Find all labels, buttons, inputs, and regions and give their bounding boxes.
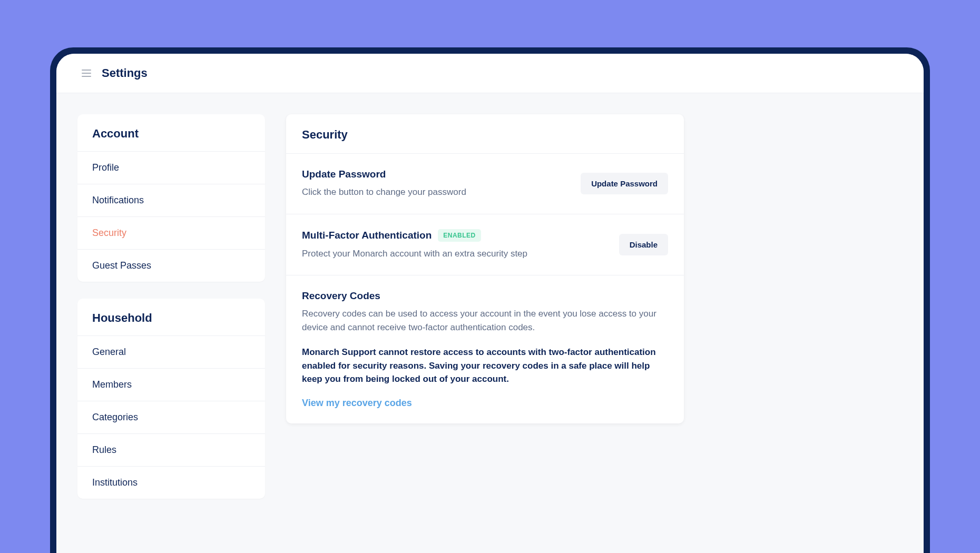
- update-password-section: Update Password Click the button to chan…: [286, 154, 684, 214]
- sidebar-item-categories[interactable]: Categories: [77, 401, 265, 433]
- sidebar-item-institutions[interactable]: Institutions: [77, 466, 265, 499]
- device-frame: Settings Account Profile Notifications S…: [50, 47, 930, 553]
- mfa-section: Multi-Factor Authentication ENABLED Prot…: [286, 214, 684, 276]
- view-recovery-codes-link[interactable]: View my recovery codes: [302, 398, 412, 409]
- sidebar-item-security[interactable]: Security: [77, 216, 265, 249]
- recovery-warning: Monarch Support cannot restore access to…: [302, 345, 668, 386]
- mfa-title-text: Multi-Factor Authentication: [302, 230, 432, 241]
- sidebar-item-profile[interactable]: Profile: [77, 151, 265, 184]
- mfa-subtitle: Protect your Monarch account with an ext…: [302, 247, 609, 261]
- sidebar-group-header: Account: [77, 114, 265, 151]
- recovery-description: Recovery codes can be used to access you…: [302, 307, 668, 334]
- menu-icon[interactable]: [82, 70, 91, 77]
- update-password-button[interactable]: Update Password: [581, 173, 668, 194]
- recovery-codes-section: Recovery Codes Recovery codes can be use…: [286, 275, 684, 423]
- security-card: Security Update Password Click the butto…: [286, 114, 684, 423]
- recovery-title: Recovery Codes: [302, 290, 668, 302]
- sidebar-group-account: Account Profile Notifications Security G…: [77, 114, 265, 282]
- update-password-subtitle: Click the button to change your password: [302, 185, 570, 199]
- sidebar-group-header: Household: [77, 299, 265, 335]
- main-panel: Security Update Password Click the butto…: [286, 114, 903, 553]
- sidebar-item-members[interactable]: Members: [77, 368, 265, 401]
- sidebar-group-household: Household General Members Categories Rul…: [77, 299, 265, 499]
- sidebar-item-notifications[interactable]: Notifications: [77, 184, 265, 216]
- mfa-enabled-badge: ENABLED: [438, 229, 481, 242]
- content-area: Account Profile Notifications Security G…: [56, 93, 924, 553]
- page-title: Settings: [102, 66, 148, 80]
- topbar: Settings: [56, 54, 924, 93]
- sidebar-item-rules[interactable]: Rules: [77, 433, 265, 466]
- sidebar-item-general[interactable]: General: [77, 335, 265, 368]
- sidebar-item-guest-passes[interactable]: Guest Passes: [77, 249, 265, 282]
- update-password-title: Update Password: [302, 169, 570, 180]
- settings-sidebar: Account Profile Notifications Security G…: [77, 114, 265, 553]
- app-screen: Settings Account Profile Notifications S…: [56, 54, 924, 553]
- mfa-title: Multi-Factor Authentication ENABLED: [302, 229, 609, 242]
- security-heading: Security: [286, 114, 684, 154]
- mfa-disable-button[interactable]: Disable: [619, 234, 668, 255]
